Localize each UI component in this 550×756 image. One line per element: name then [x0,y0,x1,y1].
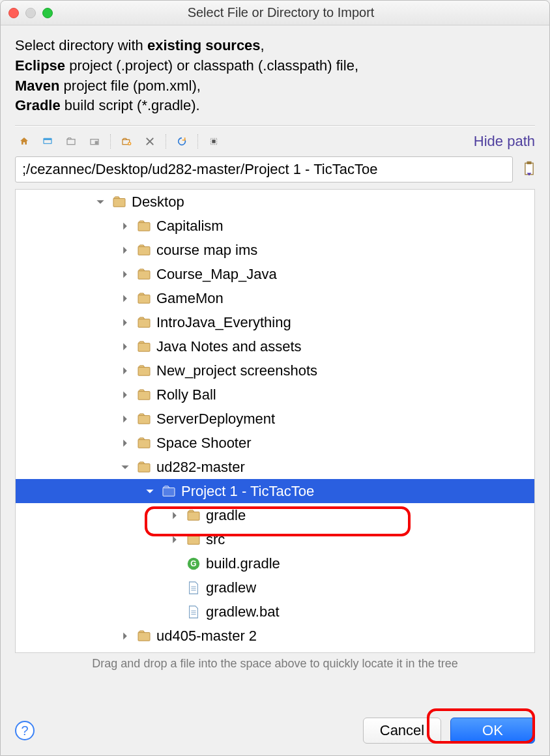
svg-rect-21 [138,439,150,448]
show-hidden-button[interactable] [205,133,223,150]
folder-icon [136,387,152,403]
cancel-button[interactable]: Cancel [363,718,441,744]
instr-bold: Gradle [15,97,61,113]
desktop-button[interactable] [38,133,57,150]
path-history-button[interactable] [518,158,535,181]
window-title: Select File or Directory to Import [59,5,502,20]
toolbar-separator [110,134,111,149]
tree-disclosure-closed-icon[interactable] [119,413,132,426]
clipboard-history-icon [522,160,536,178]
dialog-footer: ? Cancel OK [15,718,535,744]
tree-disclosure-closed-icon[interactable] [119,630,132,643]
tree-row[interactable]: course map ims [16,238,534,262]
tree-disclosure-open-icon[interactable] [143,485,156,498]
refresh-icon [177,134,187,149]
folder-icon [136,363,152,379]
folder-icon [136,242,152,258]
file-tree[interactable]: DesktopCapitalismcourse map imsCourse_Ma… [15,189,535,653]
home-icon [19,134,29,149]
new-folder-button[interactable] [117,133,136,150]
tree-row[interactable]: ud405-master 2 [16,624,534,648]
tree-row[interactable]: Java Notes and assets [16,334,534,358]
svg-rect-13 [138,246,150,255]
ok-button[interactable]: OK [450,718,535,744]
tree-disclosure-closed-icon[interactable] [119,364,132,377]
svg-rect-16 [138,319,150,327]
window-close-button[interactable] [8,8,19,18]
tree-item-label: src [206,531,225,548]
svg-rect-10 [527,161,532,164]
folder-icon [185,532,202,547]
tree-disclosure-closed-icon[interactable] [119,220,132,233]
tree-disclosure-closed-icon[interactable] [168,509,181,522]
import-instructions: Select directory with existing sources, … [1,25,549,121]
file-icon [185,580,202,596]
window-maximize-button[interactable] [42,8,53,18]
instr-bold: Eclipse [15,57,65,74]
tree-row[interactable]: ud282-master [16,455,534,479]
folder-icon [185,508,202,523]
tree-row[interactable]: gradlew.bat [16,600,534,624]
delete-button[interactable] [141,133,159,150]
tree-row[interactable]: GameMon [16,286,534,310]
tree-row[interactable]: Rolly Ball [16,383,534,407]
tree-disclosure-closed-icon[interactable] [168,533,181,546]
tree-row[interactable]: Space Shooter [16,431,534,455]
module-root-button[interactable] [85,133,104,150]
tree-row[interactable]: Desktop [16,190,534,214]
folder-icon [136,267,152,282]
svg-rect-25 [188,536,199,544]
tree-row[interactable]: gradlew [16,575,534,600]
svg-rect-8 [212,140,215,143]
svg-rect-4 [95,141,98,145]
window-minimize-button[interactable] [25,8,36,18]
path-input[interactable] [15,156,513,182]
svg-rect-20 [138,415,150,424]
tree-disclosure-open-icon[interactable] [94,196,107,209]
tree-disclosure-closed-icon[interactable] [119,292,132,305]
svg-text:G: G [190,559,196,568]
svg-rect-1 [44,139,51,141]
project-folder-icon [66,134,76,149]
project-root-button[interactable] [62,133,80,150]
titlebar: Select File or Directory to Import [1,1,549,25]
new-folder-icon [121,134,132,149]
svg-rect-15 [138,295,150,303]
hide-path-link[interactable]: Hide path [474,133,535,150]
tree-disclosure-open-icon[interactable] [119,461,132,474]
tree-disclosure-closed-icon[interactable] [119,268,132,281]
tree-row[interactable]: src [16,527,534,551]
tree-disclosure-closed-icon[interactable] [119,388,132,401]
tree-disclosure-closed-icon[interactable] [119,244,132,257]
refresh-button[interactable] [173,133,191,150]
tree-row[interactable]: Gbuild.gradle [16,551,534,575]
svg-rect-14 [138,270,150,279]
tree-disclosure-closed-icon[interactable] [119,437,132,450]
instr-text: project file (pom.xml), [59,78,200,94]
svg-rect-23 [163,487,175,496]
delete-icon [145,134,155,149]
tree-disclosure-closed-icon[interactable] [119,316,132,329]
tree-row[interactable]: New_project screenshots [16,358,534,383]
path-row [1,156,549,189]
folder-icon [136,435,152,451]
tree-row[interactable]: IntroJava_Everything [16,310,534,334]
toolbar-separator [197,134,198,149]
tree-item-label: build.gradle [206,555,280,572]
tree-item-label: gradle [206,507,246,524]
tree-item-label: New_project screenshots [156,362,317,379]
tree-row[interactable]: Course_Map_Java [16,262,534,286]
tree-disclosure-closed-icon[interactable] [119,340,132,353]
svg-rect-19 [138,391,150,400]
tree-row[interactable]: Project 1 - TicTacToe [16,479,534,503]
tree-row[interactable]: ServerDeployment [16,407,534,431]
tree-item-label: Course_Map_Java [156,266,277,283]
file-icon [185,604,202,620]
folder-icon [136,291,152,306]
tree-row[interactable]: Capitalism [16,214,534,238]
tree-row[interactable]: gradle [16,503,534,527]
tree-item-label: Project 1 - TicTacToe [181,483,314,500]
help-button[interactable]: ? [15,721,35,740]
tree-item-label: ud405-master 2 [156,628,257,645]
home-button[interactable] [15,133,33,150]
